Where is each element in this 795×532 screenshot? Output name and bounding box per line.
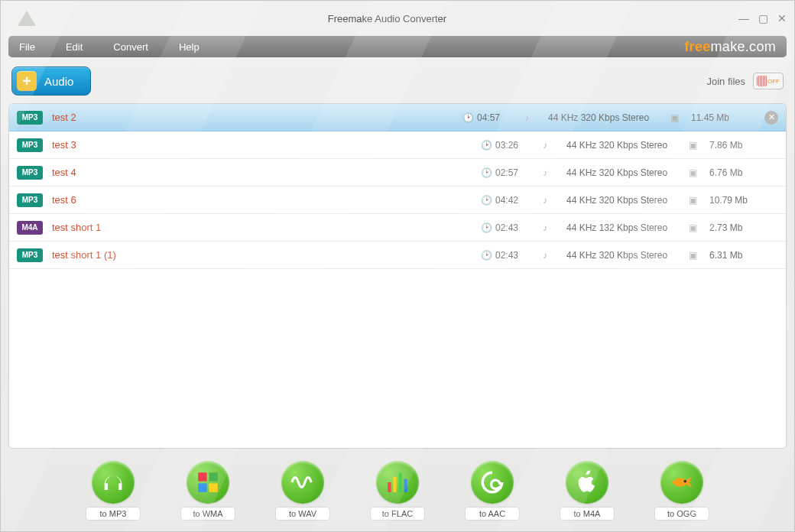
svg-rect-3: [209, 483, 217, 491]
file-name: test 6: [52, 194, 76, 206]
file-size: 2.73 Mb: [709, 222, 778, 233]
swirl-icon: [471, 461, 514, 504]
converter-label: to FLAC: [370, 507, 425, 521]
join-files-label: Join files: [706, 76, 745, 87]
converter-to-mp3[interactable]: to MP3: [86, 461, 141, 521]
file-row[interactable]: MP3 test 4 🕑 02:57 ♪ 44 KHz 320 Kbps Ste…: [9, 159, 786, 187]
converter-label: to WAV: [275, 507, 330, 521]
clock-icon: 🕑: [481, 222, 492, 233]
file-specs: 44 KHz 320 Kbps Stereo: [566, 167, 689, 178]
format-badge: M4A: [17, 221, 43, 235]
svg-rect-4: [388, 482, 391, 492]
file-duration: 03:26: [495, 140, 537, 151]
converter-to-ogg[interactable]: to OGG: [654, 461, 709, 521]
clock-icon: 🕑: [462, 112, 473, 123]
audio-spec-icon: ♪: [543, 140, 553, 151]
join-files-toggle[interactable]: OFF: [753, 73, 784, 89]
svg-rect-1: [209, 472, 217, 481]
app-window: Freemake Audio Converter — ▢ ✕ File Edit…: [0, 0, 795, 532]
minimize-button[interactable]: —: [738, 12, 749, 24]
converter-label: to MP3: [86, 507, 141, 521]
svg-rect-5: [393, 477, 396, 492]
file-specs: 44 KHz 320 Kbps Stereo: [566, 195, 689, 206]
clock-icon: 🕑: [481, 250, 492, 261]
title-bar: Freemake Audio Converter — ▢ ✕: [1, 1, 794, 36]
brand-link[interactable]: freemake.com: [684, 39, 776, 55]
file-row[interactable]: MP3 test short 1 (1) 🕑 02:43 ♪ 44 KHz 32…: [9, 242, 786, 269]
format-badge: MP3: [17, 166, 43, 180]
file-size: 10.79 Mb: [709, 195, 778, 206]
audio-spec-icon: ♪: [524, 112, 535, 123]
menu-file[interactable]: File: [19, 41, 35, 53]
file-row[interactable]: M4A test short 1 🕑 02:43 ♪ 44 KHz 132 Kb…: [9, 214, 786, 242]
file-row[interactable]: MP3 test 3 🕑 03:26 ♪ 44 KHz 320 Kbps Ste…: [9, 131, 786, 159]
file-duration: 04:57: [477, 112, 518, 123]
headphones-icon: [92, 461, 135, 504]
menu-edit[interactable]: Edit: [66, 41, 83, 53]
converter-label: to WMA: [180, 507, 235, 521]
converter-to-wav[interactable]: to WAV: [275, 461, 330, 521]
file-name: test 4: [52, 167, 76, 178]
file-name: test short 1: [52, 222, 101, 233]
size-icon: ▣: [689, 250, 699, 261]
svg-rect-6: [398, 472, 401, 492]
file-name: test 3: [52, 139, 76, 151]
audio-spec-icon: ♪: [543, 195, 553, 206]
file-specs: 44 KHz 132 Kbps Stereo: [566, 222, 689, 233]
plus-icon: +: [17, 71, 37, 91]
audio-spec-icon: ♪: [543, 250, 553, 261]
file-specs: 44 KHz 320 Kbps Stereo: [566, 250, 689, 261]
file-row[interactable]: MP3 test 6 🕑 04:42 ♪ 44 KHz 320 Kbps Ste…: [9, 187, 786, 214]
file-name: test 2: [52, 112, 76, 123]
svg-rect-2: [198, 483, 206, 491]
converter-to-m4a[interactable]: to M4A: [560, 461, 615, 521]
audio-spec-icon: ♪: [543, 222, 553, 233]
size-icon: ▣: [689, 140, 699, 151]
converter-label: to AAC: [465, 507, 520, 521]
join-files-control: Join files OFF: [706, 73, 784, 89]
file-list[interactable]: MP3 test 2 🕑 04:57 ♪ 44 KHz 320 Kbps Ste…: [9, 104, 786, 448]
converter-to-aac[interactable]: to AAC: [465, 461, 520, 521]
file-name: test short 1 (1): [52, 249, 116, 261]
converter-to-wma[interactable]: to WMA: [180, 461, 235, 521]
window-controls: — ▢ ✕: [738, 12, 787, 24]
format-badge: MP3: [17, 248, 43, 262]
file-duration: 02:43: [495, 222, 537, 233]
file-row[interactable]: MP3 test 2 🕑 04:57 ♪ 44 KHz 320 Kbps Ste…: [9, 104, 786, 131]
close-button[interactable]: ✕: [777, 12, 787, 24]
file-size: 11.45 Mb: [691, 112, 760, 123]
add-audio-label: Audio: [44, 75, 73, 88]
app-logo-icon: [18, 11, 36, 26]
size-icon: ▣: [689, 167, 699, 178]
file-list-panel: MP3 test 2 🕑 04:57 ♪ 44 KHz 320 Kbps Ste…: [8, 103, 787, 449]
converter-label: to OGG: [654, 507, 709, 521]
converter-label: to M4A: [560, 507, 615, 521]
remove-row-button[interactable]: ✕: [764, 111, 778, 125]
converter-to-flac[interactable]: to FLAC: [370, 461, 425, 521]
file-duration: 02:43: [495, 250, 537, 261]
maximize-button[interactable]: ▢: [758, 12, 768, 24]
svg-point-8: [683, 480, 686, 483]
file-size: 6.76 Mb: [709, 167, 778, 178]
file-size: 7.86 Mb: [709, 140, 778, 151]
clock-icon: 🕑: [481, 195, 492, 206]
menu-bar: File Edit Convert Help freemake.com: [8, 36, 787, 57]
format-badge: MP3: [17, 111, 43, 125]
menu-help[interactable]: Help: [179, 41, 200, 53]
clock-icon: 🕑: [481, 167, 492, 178]
menu-convert[interactable]: Convert: [113, 41, 148, 53]
clock-icon: 🕑: [481, 140, 492, 151]
add-audio-button[interactable]: + Audio: [11, 66, 91, 96]
file-specs: 44 KHz 320 Kbps Stereo: [548, 112, 670, 123]
file-size: 6.31 Mb: [709, 250, 778, 261]
size-icon: ▣: [670, 112, 681, 123]
windows-icon: [187, 461, 229, 504]
fish-icon: [660, 461, 703, 504]
join-files-state: OFF: [767, 78, 780, 85]
window-title: Freemake Audio Converter: [36, 13, 738, 24]
svg-rect-0: [198, 472, 206, 481]
equalizer-icon: [376, 461, 419, 504]
format-badge: MP3: [17, 193, 43, 207]
apple-icon: [566, 461, 608, 504]
toolbar: + Audio Join files OFF: [1, 57, 794, 103]
